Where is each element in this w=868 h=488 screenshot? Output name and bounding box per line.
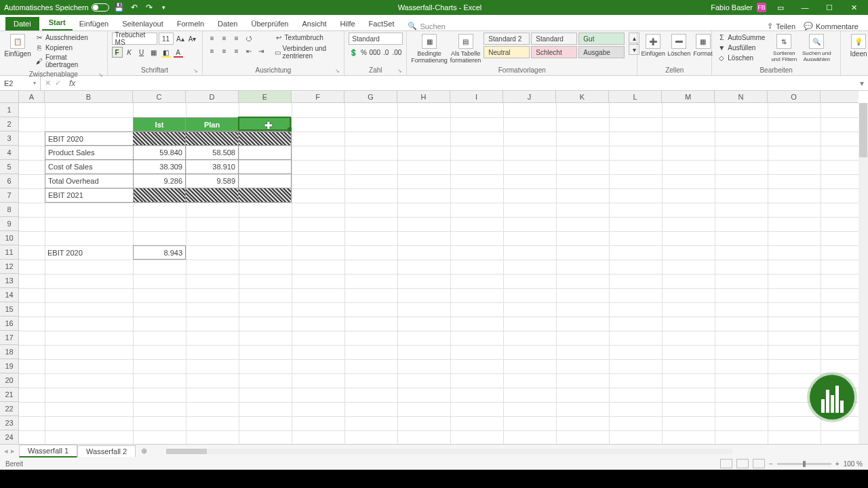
header-plan[interactable]: Plan <box>186 117 239 131</box>
row-header-20[interactable]: 20 <box>0 373 18 388</box>
col-header-C[interactable]: C <box>133 91 186 102</box>
style-ausgabe[interactable]: Ausgabe <box>578 46 625 58</box>
col-header-D[interactable]: D <box>186 91 239 102</box>
find-select-button[interactable]: 🔍Suchen und Auswählen <box>802 33 831 62</box>
wrap-text-button[interactable]: ↩Textumbruch <box>273 33 340 42</box>
tab-insert[interactable]: Einfügen <box>73 17 115 30</box>
val-c6[interactable]: 9.286 <box>133 174 186 188</box>
fx-icon[interactable]: fx <box>65 79 79 88</box>
empty-e6[interactable] <box>239 174 292 188</box>
orientation-icon[interactable]: ⭯ <box>243 33 254 43</box>
minimize-icon[interactable]: — <box>795 0 815 15</box>
share-button[interactable]: ⇪ Teilen <box>767 22 795 30</box>
tab-help[interactable]: Hilfe <box>334 17 362 30</box>
hatch[interactable] <box>133 131 186 146</box>
hatch[interactable] <box>186 188 239 203</box>
row-header-23[interactable]: 23 <box>0 416 18 430</box>
merge-center-button[interactable]: ▭Verbinden und zentrieren <box>273 44 340 60</box>
col-header-I[interactable]: I <box>450 91 503 102</box>
row-header-15[interactable]: 15 <box>0 302 18 317</box>
number-format-select[interactable]: Standard <box>349 33 403 45</box>
row-header-9[interactable]: 9 <box>0 217 18 231</box>
row-header-22[interactable]: 22 <box>0 402 18 416</box>
hatch[interactable] <box>239 131 292 146</box>
spreadsheet-grid[interactable]: ABCDEFGHIJKLMNO 123456789101112131415161… <box>0 91 868 444</box>
sheet-prev-icon[interactable]: ◂ <box>4 447 8 455</box>
select-all-corner[interactable] <box>0 91 19 103</box>
col-header-F[interactable]: F <box>292 91 344 102</box>
indent-increase-icon[interactable]: ⇥ <box>256 45 267 56</box>
col-header-H[interactable]: H <box>397 91 450 102</box>
enter-formula-icon[interactable]: ✓ <box>55 79 61 87</box>
align-left-icon[interactable]: ≡ <box>207 45 218 56</box>
sheet-tab-1[interactable]: Wasserfall 2 <box>77 445 136 457</box>
row-header-16[interactable]: 16 <box>0 317 18 331</box>
style-standard[interactable]: Standard <box>531 33 577 45</box>
tab-view[interactable]: Ansicht <box>295 17 333 30</box>
label-ebit2020[interactable]: EBIT 2020 <box>45 131 133 146</box>
comma-format-icon[interactable]: 000 <box>370 47 380 58</box>
row-header-8[interactable]: 8 <box>0 203 18 217</box>
comments-button[interactable]: 💬 Kommentare <box>804 22 859 30</box>
label-r6[interactable]: Total Overhead <box>45 174 133 188</box>
tab-review[interactable]: Überprüfen <box>244 17 295 30</box>
bold-button[interactable]: F <box>112 47 123 58</box>
autosave-toggle[interactable]: Automatisches Speichern <box>4 3 109 12</box>
sheet-tab-0[interactable]: Wasserfall 1 <box>19 445 77 458</box>
row-header-12[interactable]: 12 <box>0 260 18 274</box>
col-header-O[interactable]: O <box>768 91 821 102</box>
tab-page-layout[interactable]: Seitenlayout <box>115 17 170 30</box>
format-cells-button[interactable]: ▦Format <box>693 33 713 57</box>
formula-input[interactable] <box>79 79 856 87</box>
format-painter-button[interactable]: 🖌Format übertragen <box>34 53 103 69</box>
expand-formula-bar-icon[interactable]: ▾ <box>856 79 868 88</box>
col-header-M[interactable]: M <box>662 91 715 102</box>
col-header-A[interactable]: A <box>19 91 45 102</box>
vertical-scrollbar[interactable] <box>859 103 868 444</box>
hatch[interactable] <box>239 188 292 203</box>
col-header-K[interactable]: K <box>556 91 609 102</box>
zoom-in-icon[interactable]: + <box>835 460 840 468</box>
header-ist[interactable]: Ist <box>133 117 186 131</box>
col-header-E[interactable]: E <box>239 91 292 102</box>
horizontal-scrollbar[interactable] <box>166 449 732 454</box>
cancel-formula-icon[interactable]: ✕ <box>45 79 51 87</box>
val-c4[interactable]: 59.840 <box>133 146 186 160</box>
zoom-value[interactable]: 100 % <box>844 460 863 468</box>
insert-cells-button[interactable]: ➕Einfügen <box>642 33 665 57</box>
col-header-J[interactable]: J <box>503 91 556 102</box>
style-gut[interactable]: Gut <box>578 33 625 45</box>
italic-button[interactable]: K <box>124 47 135 58</box>
tab-start[interactable]: Start <box>42 16 73 30</box>
accounting-format-icon[interactable]: 💲 <box>349 47 358 58</box>
row-header-11[interactable]: 11 <box>0 245 18 260</box>
format-as-table-button[interactable]: ▤Als Tabelle formatieren <box>450 33 481 64</box>
row-header-21[interactable]: 21 <box>0 388 18 402</box>
row-header-3[interactable]: 3 <box>0 131 18 146</box>
tab-factset[interactable]: FactSet <box>362 17 401 30</box>
empty-e5[interactable] <box>239 160 292 174</box>
val-d4[interactable]: 58.508 <box>186 146 239 160</box>
col-header-N[interactable]: N <box>715 91 768 102</box>
hatch[interactable] <box>133 188 186 203</box>
align-middle-icon[interactable]: ≡ <box>219 33 230 43</box>
indent-decrease-icon[interactable]: ⇤ <box>243 45 254 56</box>
col-header-B[interactable]: B <box>45 91 133 102</box>
label-ebit2021[interactable]: EBIT 2021 <box>45 188 133 203</box>
fill-button[interactable]: ▼Ausfüllen <box>716 43 766 52</box>
align-center-icon[interactable]: ≡ <box>219 45 230 56</box>
row-header-6[interactable]: 6 <box>0 174 18 188</box>
page-break-view-icon[interactable] <box>753 459 765 468</box>
decrease-decimal-icon[interactable]: .00 <box>391 47 402 58</box>
align-bottom-icon[interactable]: ≡ <box>231 33 242 43</box>
style-neutral[interactable]: Neutral <box>484 46 530 58</box>
cut-button[interactable]: ✂Ausschneiden <box>34 33 103 42</box>
font-color-button[interactable]: A <box>173 47 184 58</box>
style-standard2[interactable]: Standard 2 <box>484 33 530 45</box>
redo-icon[interactable]: ↷ <box>144 3 154 12</box>
align-top-icon[interactable]: ≡ <box>207 33 218 43</box>
maximize-icon[interactable]: ☐ <box>819 0 840 15</box>
dialog-launcher-icon[interactable]: ↘ <box>193 68 198 74</box>
sort-filter-button[interactable]: ⇅Sortieren und Filtern <box>769 33 799 62</box>
fill-color-button[interactable]: ◧ <box>161 47 172 58</box>
